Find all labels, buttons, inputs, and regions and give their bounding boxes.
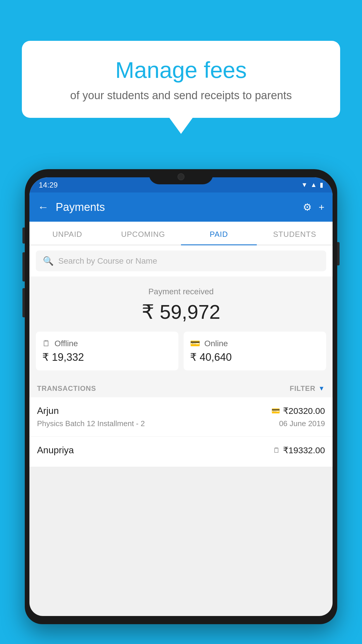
settings-icon[interactable]: ⚙: [303, 201, 312, 213]
phone-camera: [178, 173, 184, 180]
filter-label: FILTER: [290, 384, 315, 393]
payment-cards: 🗒 Offline ₹ 19,332 💳 Online ₹ 40,640: [29, 332, 333, 379]
search-icon: 🔍: [43, 256, 54, 266]
tab-students[interactable]: STUDENTS: [257, 222, 333, 245]
payment-received-label: Payment received: [29, 287, 333, 296]
transactions-header: TRANSACTIONS FILTER ▼: [29, 379, 333, 397]
transaction-top-1: Arjun 💳 ₹20320.00: [37, 405, 325, 416]
speech-bubble-subtitle: of your students and send receipts to pa…: [39, 89, 323, 102]
transaction-amount-row-2: 🗒 ₹19332.00: [273, 445, 325, 455]
search-bar[interactable]: 🔍 Search by Course or Name: [36, 251, 326, 271]
online-label: Online: [204, 339, 228, 348]
transaction-amount-1: ₹20320.00: [283, 406, 325, 416]
phone-device: 14:29 ▼ ▲ ▮ ← Payments ⚙ + UNPAID: [25, 169, 337, 624]
offline-label: Offline: [55, 339, 78, 348]
transaction-bottom-1: Physics Batch 12 Installment - 2 06 June…: [37, 419, 325, 428]
phone-container: 14:29 ▼ ▲ ▮ ← Payments ⚙ + UNPAID: [25, 169, 337, 644]
payment-summary: Payment received ₹ 59,972: [29, 276, 333, 332]
status-time: 14:29: [39, 181, 58, 190]
speech-bubble-container: Manage fees of your students and send re…: [22, 41, 340, 134]
transaction-row-1[interactable]: Arjun 💳 ₹20320.00 Physics Batch 12 Insta…: [29, 397, 333, 437]
transaction-name-1: Arjun: [37, 405, 59, 416]
status-icons: ▼ ▲ ▮: [301, 181, 323, 189]
signal-icon: ▲: [310, 181, 317, 189]
search-container: 🔍 Search by Course or Name: [29, 245, 333, 276]
volume-button-right: [337, 242, 340, 265]
power-button: [22, 228, 25, 244]
transaction-date-1: 06 June 2019: [279, 419, 325, 428]
transaction-row-2[interactable]: Anupriya 🗒 ₹19332.00: [29, 437, 333, 467]
filter-button[interactable]: FILTER ▼: [290, 384, 325, 393]
app-bar-actions: ⚙ +: [303, 201, 324, 213]
wifi-icon: ▼: [301, 181, 307, 189]
offline-card-header: 🗒 Offline: [42, 339, 172, 348]
app-bar-title: Payments: [56, 201, 296, 214]
volume-up-button: [22, 252, 25, 281]
tab-paid[interactable]: PAID: [181, 222, 257, 245]
online-amount: ₹ 40,640: [190, 351, 320, 363]
app-bar: ← Payments ⚙ +: [29, 192, 333, 222]
online-icon: 💳: [190, 339, 200, 348]
tab-unpaid[interactable]: UNPAID: [29, 222, 105, 245]
battery-icon: ▮: [320, 181, 323, 189]
tab-upcoming[interactable]: UPCOMING: [105, 222, 181, 245]
phone-screen: 14:29 ▼ ▲ ▮ ← Payments ⚙ + UNPAID: [29, 177, 333, 616]
payment-total-amount: ₹ 59,972: [29, 300, 333, 323]
card-payment-icon: 💳: [271, 407, 280, 415]
back-button[interactable]: ←: [38, 201, 49, 214]
transaction-top-2: Anupriya 🗒 ₹19332.00: [37, 445, 325, 456]
transaction-amount-row-1: 💳 ₹20320.00: [271, 406, 325, 416]
speech-bubble-title: Manage fees: [39, 57, 323, 83]
tabs-bar: UNPAID UPCOMING PAID STUDENTS: [29, 222, 333, 245]
transaction-name-2: Anupriya: [37, 445, 74, 456]
online-payment-card: 💳 Online ₹ 40,640: [184, 332, 326, 370]
volume-down-button: [22, 288, 25, 317]
online-card-header: 💳 Online: [190, 339, 320, 348]
phone-notch: [149, 169, 213, 184]
offline-icon: 🗒: [42, 339, 50, 348]
speech-bubble-arrow: [169, 118, 193, 134]
transactions-label: TRANSACTIONS: [37, 384, 96, 393]
speech-bubble: Manage fees of your students and send re…: [22, 41, 340, 118]
filter-icon: ▼: [318, 385, 325, 392]
add-button[interactable]: +: [319, 202, 324, 213]
search-input[interactable]: Search by Course or Name: [58, 256, 157, 266]
transaction-course-1: Physics Batch 12 Installment - 2: [37, 419, 145, 428]
cash-payment-icon: 🗒: [273, 446, 280, 454]
offline-payment-card: 🗒 Offline ₹ 19,332: [36, 332, 178, 370]
offline-amount: ₹ 19,332: [42, 351, 172, 363]
transaction-amount-2: ₹19332.00: [283, 445, 325, 455]
